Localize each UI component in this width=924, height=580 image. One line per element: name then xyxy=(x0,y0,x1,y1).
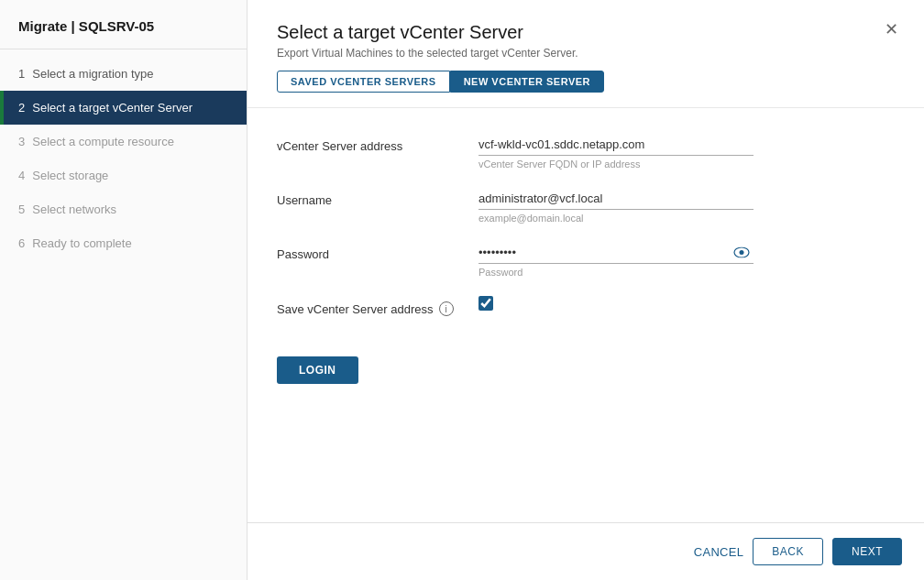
step-number-6: 6 xyxy=(18,236,25,250)
step-6: 6 Ready to complete xyxy=(0,226,247,260)
step-label-3: Select a compute resource xyxy=(32,135,174,148)
username-row: Username example@domain.local xyxy=(277,188,895,224)
step-number-2: 2 xyxy=(18,101,25,115)
password-input[interactable] xyxy=(478,242,754,264)
step-5: 5 Select networks xyxy=(0,192,247,226)
sidebar: Migrate | SQLSRV-05 1 Select a migration… xyxy=(0,0,248,580)
sidebar-title: Migrate | SQLSRV-05 xyxy=(18,18,228,34)
vcenter-address-row: vCenter Server address vCenter Server FQ… xyxy=(277,134,895,170)
vcenter-address-hint: vCenter Server FQDN or IP address xyxy=(478,159,754,170)
login-button[interactable]: LOGIN xyxy=(277,356,358,384)
step-label-5: Select networks xyxy=(32,202,116,216)
password-label: Password xyxy=(277,242,478,261)
step-label-4: Select storage xyxy=(32,169,108,182)
password-wrapper xyxy=(478,242,754,264)
step-number-5: 5 xyxy=(18,202,25,216)
step-number-1: 1 xyxy=(18,67,25,81)
dialog: Migrate | SQLSRV-05 1 Select a migration… xyxy=(0,0,924,580)
step-2[interactable]: 2 Select a target vCenter Server xyxy=(0,91,247,125)
step-number-4: 4 xyxy=(18,169,25,182)
tab-new[interactable]: NEW VCENTER SERVER xyxy=(450,71,604,93)
step-label-1: Select a migration type xyxy=(32,67,153,81)
step-1[interactable]: 1 Select a migration type xyxy=(0,57,247,91)
save-address-field xyxy=(478,296,754,311)
page-title: Select a target vCenter Server xyxy=(277,22,895,43)
next-button[interactable]: NEXT xyxy=(832,538,902,565)
page-subtitle: Export Virtual Machines to the selected … xyxy=(277,47,895,60)
username-field: example@domain.local xyxy=(478,188,754,224)
svg-point-1 xyxy=(740,250,744,255)
save-address-row: Save vCenter Server address i xyxy=(277,296,895,316)
password-field: Password xyxy=(478,242,754,278)
save-address-label: Save vCenter Server address i xyxy=(277,296,478,316)
save-address-checkbox[interactable] xyxy=(478,296,493,311)
close-button[interactable]: ✕ xyxy=(880,18,902,40)
tab-bar: SAVED VCENTER SERVERSNEW VCENTER SERVER xyxy=(277,71,895,93)
steps-list: 1 Select a migration type2 Select a targ… xyxy=(0,49,247,268)
toggle-password-icon[interactable] xyxy=(733,246,750,261)
password-row: Password Password xyxy=(277,242,895,278)
footer: CANCEL BACK NEXT xyxy=(248,522,924,580)
vcenter-address-field: vCenter Server FQDN or IP address xyxy=(478,134,754,170)
step-3: 3 Select a compute resource xyxy=(0,125,247,159)
username-hint: example@domain.local xyxy=(478,213,754,224)
sidebar-header: Migrate | SQLSRV-05 xyxy=(0,0,247,49)
password-hint: Password xyxy=(478,267,754,278)
back-button[interactable]: BACK xyxy=(753,538,823,565)
username-input[interactable] xyxy=(478,188,754,210)
save-address-checkbox-row xyxy=(478,296,754,311)
step-4: 4 Select storage xyxy=(0,159,247,192)
cancel-button[interactable]: CANCEL xyxy=(694,545,744,559)
vcenter-address-input[interactable] xyxy=(478,134,754,156)
info-icon[interactable]: i xyxy=(439,301,454,316)
vcenter-address-label: vCenter Server address xyxy=(277,134,478,153)
tab-saved[interactable]: SAVED VCENTER SERVERS xyxy=(277,71,450,93)
step-label-2: Select a target vCenter Server xyxy=(32,101,192,115)
step-number-3: 3 xyxy=(18,135,25,148)
step-label-6: Ready to complete xyxy=(32,236,131,250)
content-header: Select a target vCenter Server Export Vi… xyxy=(248,0,924,108)
main-content: Select a target vCenter Server Export Vi… xyxy=(248,0,924,580)
content-body: vCenter Server address vCenter Server FQ… xyxy=(248,108,924,522)
username-label: Username xyxy=(277,188,478,207)
